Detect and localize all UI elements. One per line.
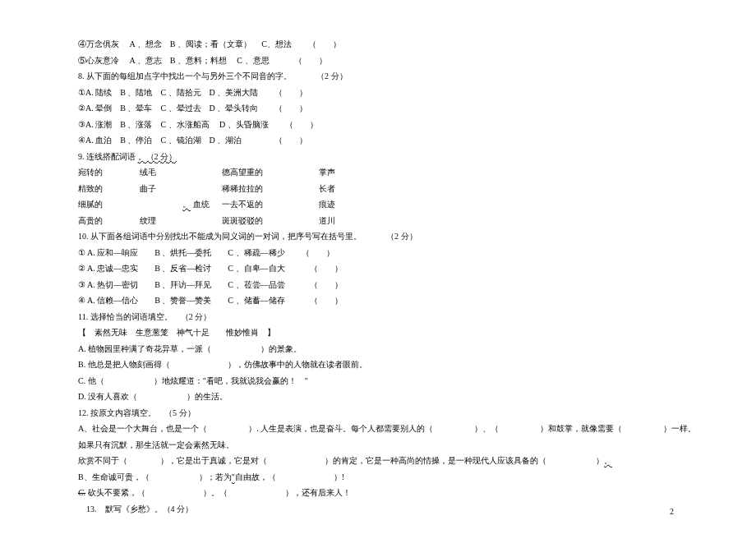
- q9-row-1: 宛转的 绒毛 德高望重的 掌声: [78, 165, 756, 181]
- q9-r2-c3: 稀稀拉拉的: [222, 182, 316, 197]
- q9-r2-c4: 长者: [319, 182, 335, 197]
- q8-stem: 8. 从下面的每组加点字中找出一个与另外三个不同音的字。 （2 分）: [78, 69, 756, 85]
- q11-C: C. 他（ ）地炫耀道："看吧，我就说我会赢的！ ": [78, 374, 756, 389]
- q9-r1-c4: 掌声: [319, 165, 335, 181]
- q12-A: A、社会是一个大舞台，也是一个（ ）. 人生是表演，也是奋斗。每个人都需要别人的…: [78, 421, 756, 437]
- q12-C: C. 砍头不要紧，（ ）。（ ），还有后来人！: [78, 486, 756, 501]
- q12-C-text: 砍头不要紧，（ ）。（ ），还有后来人！: [85, 488, 351, 497]
- q12-C-strike: C.: [78, 488, 85, 497]
- q9-r4-c1: 高贵的: [78, 214, 137, 229]
- q7-item-4: ④万念俱灰 A 、想念 B 、阅读；看（文章） C、想法 （ ）: [78, 37, 756, 53]
- q9-r3-c2-text: 血统: [193, 200, 210, 209]
- q9-r3-c2: 。 血统: [140, 197, 220, 213]
- q8-line-2: ②A. 晕倒 B 、晕车 C 、晕过去 D 、晕头转向 （ ）: [78, 101, 756, 117]
- q9-r3-space: [140, 200, 183, 209]
- q8-line-3: ③A. 涨潮 B 、涨落 C 、水涨船高 D 、头昏脑涨 （ ）: [78, 117, 756, 133]
- q12-A3-text: 欣赏不同于（ ），它是出于真诚，它是对（ ）的肯定，它是一种高尚的情操，是一种现…: [78, 456, 604, 465]
- q11-stem: 11. 选择恰当的词语填空。 （2 分）: [78, 310, 756, 325]
- q13-stem: 13. 默写《乡愁》。（4 分）: [78, 502, 756, 518]
- q12-A-text: A、社会是一个大舞台，也是一个（ ）. 人生是表演，也是奋斗。每个人都需要别人的…: [78, 424, 696, 433]
- q9-row-2: 精致的 曲子 稀稀拉拉的 长者: [78, 182, 756, 197]
- q11-D: D. 没有人喜欢（ ）的生活。: [78, 389, 756, 405]
- q12-B-after: 自由故，（ ）!: [235, 472, 344, 481]
- q10-line-2: ② A. 忠诚—忠实 B 、反省—检讨 C 、自卑—自大 （ ）: [78, 261, 756, 277]
- q9-stem: 9. 连线搭配词语 。（2 分）: [78, 150, 756, 165]
- q11-A: A. 植物园里种满了奇花异草，一派（ ）的景象。: [78, 342, 756, 357]
- q12-B: B、生命诚可贵，（ ）；若为"自由故，（ ）!: [78, 470, 756, 486]
- q12-A2: 如果只有沉默，那生活就一定会素然无味。: [78, 438, 756, 453]
- q9-r1-c1: 宛转的: [78, 165, 137, 181]
- q11-B: B. 他总是把人物刻画得（ ），仿佛故事中的人物就在读者眼前。: [78, 357, 756, 373]
- q12-A3-wave: 。: [604, 456, 612, 465]
- q11-options: 【 素然无味 生意葱笼 神气十足 惟妙惟肖 】: [78, 325, 756, 341]
- q9-r4-c3: 斑斑驳驳的: [222, 214, 316, 229]
- q8-line-4: ④A. 血泊 B 、停泊 C 、镜泊湖 D 、湖泊 （ ）: [78, 133, 756, 149]
- q10-line-4: ④ A. 信赖—信心 B 、赞誉—赞美 C 、储蓄—储存 （ ）: [78, 293, 756, 309]
- q9-r1-c2: 绒毛: [140, 165, 220, 181]
- q9-r2-c2: 曲子: [140, 182, 220, 197]
- page-number: 2: [670, 504, 674, 520]
- q9-r3-wave: 。: [182, 200, 191, 209]
- q9-r4-c2: 纹理: [140, 214, 220, 229]
- q7-item-5: ⑤心灰意冷 A 、意志 B 、意料；料想 C 、意思 （ ）: [78, 53, 756, 69]
- q9-r3-c4: 痕迹: [319, 197, 335, 213]
- q9-r2-c1: 精致的: [78, 182, 137, 197]
- q9-r3-c1: 细腻的: [78, 197, 137, 213]
- q9-r4-c4: 道川: [319, 214, 335, 229]
- q9-stem-text: 9. 连线搭配词语: [78, 152, 138, 161]
- q10-line-1: ① A. 应和—响应 B 、烘托—委托 C 、稀疏—稀少 （ ）: [78, 246, 756, 261]
- q9-row-4: 高贵的 纹理 斑斑驳驳的 道川: [78, 214, 756, 229]
- q12-A3: 欣赏不同于（ ），它是出于真诚，它是对（ ）的肯定，它是一种高尚的情操，是一种现…: [78, 453, 756, 469]
- q9-r1-c3: 德高望重的: [222, 165, 316, 181]
- q9-r3-c3: 一去不返的: [222, 197, 316, 213]
- q12-B-before: B、生命诚可贵，（ ）；若为: [78, 472, 232, 481]
- q12-stem: 12. 按原文内容填空。 （5 分）: [78, 406, 756, 421]
- q10-line-3: ③ A. 热切—密切 B 、拜访—拜见 C 、莅尝—品尝 （ ）: [78, 278, 756, 293]
- q9-row-3: 细腻的 。 血统 一去不返的 痕迹: [78, 197, 756, 213]
- q10-stem: 10. 从下面各组词语中分别找出不能成为同义词的一对词，把序号写在括号里。 （2…: [78, 229, 756, 245]
- q8-line-1: ①A. 陆续 B 、陆地 C 、陆拾元 D 、美洲大陆 （ ）: [78, 85, 756, 101]
- q9-stem-wave: 。（2 分）: [138, 152, 177, 161]
